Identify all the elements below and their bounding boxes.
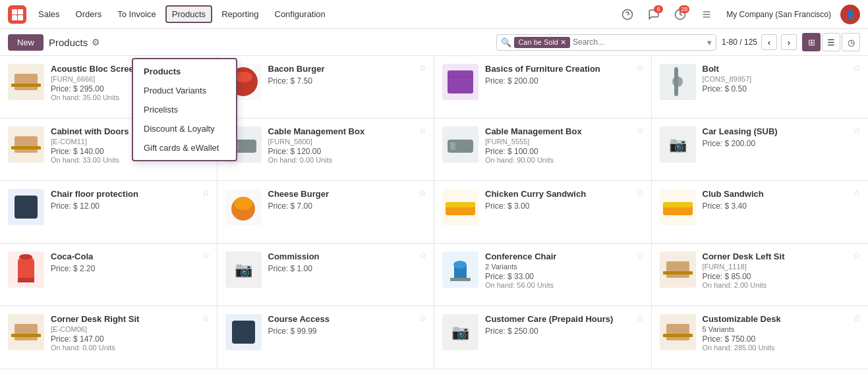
favorite-star-icon[interactable]: ☆	[853, 125, 861, 136]
product-card[interactable]: 📷 Car Leasing (SUB) Price: $ 200.00 ☆	[652, 119, 869, 180]
filter-tag-can-be-sold[interactable]: Can be Sold ✕	[514, 37, 570, 48]
product-card[interactable]: Chair floor protection Price: $ 12.00 ☆	[0, 181, 217, 243]
chat-icon[interactable]: 6	[643, 4, 664, 25]
search-dropdown-icon[interactable]: ▾	[707, 38, 712, 47]
product-thumb	[442, 64, 478, 100]
product-card[interactable]: Bacon Burger Price: $ 7.50 ☆	[217, 56, 434, 118]
view-list-button[interactable]: ☰	[822, 33, 840, 51]
view-grid-button[interactable]: ⊞	[802, 33, 821, 51]
product-card[interactable]: Bolt [CONS_89957] Price: $ 0.50 ☆	[652, 56, 869, 118]
product-sku: [E-COM06]	[51, 325, 209, 333]
product-card[interactable]: Coca-Cola Price: $ 2.20 ☆	[0, 244, 217, 305]
nav-item-orders[interactable]: Orders	[69, 5, 109, 23]
filter-tag-close-icon[interactable]: ✕	[560, 38, 566, 47]
settings-icon[interactable]	[696, 4, 717, 25]
pager: 1-80 / 125 ‹ ›	[722, 34, 797, 50]
product-card[interactable]: Customizable Desk 5 Variants Price: $ 75…	[652, 306, 869, 368]
favorite-star-icon[interactable]: ☆	[202, 188, 210, 198]
product-card[interactable]: Course Access Price: $ 99.99 ☆	[217, 306, 434, 368]
pager-next-button[interactable]: ›	[781, 34, 797, 50]
product-card[interactable]: Chicken Curry Sandwich Price: $ 3.00 ☆	[434, 181, 651, 243]
svg-rect-36	[446, 202, 475, 207]
product-price: Price: $ 3.00	[485, 201, 643, 211]
product-info: Customizable Desk 5 Variants Price: $ 75…	[703, 314, 861, 352]
product-name: Commission	[268, 251, 426, 263]
favorite-star-icon[interactable]: ☆	[853, 313, 861, 323]
nav-item-reporting[interactable]: Reporting	[215, 5, 265, 23]
favorite-star-icon[interactable]: ☆	[202, 313, 210, 323]
product-name: Customer Care (Prepaid Hours)	[485, 314, 643, 325]
product-info: Course Access Price: $ 99.99	[268, 314, 426, 336]
product-info: Corner Desk Left Sit [FURN_1118] Price: …	[703, 251, 861, 289]
products-dropdown-menu: Products Product Variants Pricelists Dis…	[132, 58, 237, 161]
favorite-star-icon[interactable]: ☆	[636, 63, 645, 73]
favorite-star-icon[interactable]: ☆	[636, 313, 645, 323]
product-thumb	[8, 64, 44, 100]
product-card[interactable]: Cable Management Box [FURN_5555] Price: …	[434, 119, 651, 180]
nav-item-products[interactable]: Products	[165, 5, 212, 23]
dropdown-item-gift-cards[interactable]: Gift cards & eWallet	[133, 138, 236, 157]
product-card[interactable]: Cable Management Box [FURN_5800] Price: …	[217, 119, 434, 180]
product-thumb	[225, 314, 262, 350]
product-card[interactable]: 📷 Commission Price: $ 1.00 ☆	[217, 244, 434, 305]
favorite-star-icon[interactable]: ☆	[202, 250, 210, 261]
favorite-star-icon[interactable]: ☆	[419, 188, 427, 198]
favorite-star-icon[interactable]: ☆	[636, 250, 645, 261]
activity-badge: 28	[679, 5, 689, 13]
product-name: Conference Chair	[485, 251, 643, 263]
favorite-star-icon[interactable]: ☆	[636, 125, 645, 136]
dropdown-item-discount-loyalty[interactable]: Discount & Loyalty	[133, 119, 236, 138]
product-card[interactable]: 📷 Customer Care (Prepaid Hours) Price: $…	[434, 306, 651, 368]
favorite-star-icon[interactable]: ☆	[419, 250, 427, 261]
product-price: Price: $ 33.00	[485, 272, 643, 281]
favorite-star-icon[interactable]: ☆	[853, 188, 861, 198]
svg-rect-49	[666, 261, 689, 278]
pager-prev-button[interactable]: ‹	[761, 34, 777, 50]
favorite-star-icon[interactable]: ☆	[853, 250, 861, 261]
nav-item-to-invoice[interactable]: To Invoice	[111, 5, 163, 23]
product-thumb	[660, 64, 696, 100]
product-info: Club Sandwich Price: $ 3.40	[703, 189, 861, 211]
product-name: Coca-Cola	[51, 251, 209, 263]
product-name: Customizable Desk	[703, 314, 861, 325]
product-info: Chicken Curry Sandwich Price: $ 3.00	[485, 189, 643, 211]
product-card[interactable]: Corner Desk Right Sit [E-COM06] Price: $…	[0, 306, 217, 368]
svg-rect-23	[11, 146, 41, 149]
dropdown-item-products[interactable]: Products	[133, 62, 236, 81]
product-price: Price: $ 99.99	[268, 327, 426, 336]
favorite-star-icon[interactable]: ☆	[636, 188, 645, 198]
product-name: Corner Desk Right Sit	[51, 314, 209, 325]
nav-item-configuration[interactable]: Configuration	[268, 5, 332, 23]
view-settings-button[interactable]: ◷	[842, 33, 860, 51]
nav-right: 6 28 My Company (San Francisco) 👤	[617, 4, 860, 25]
favorite-star-icon[interactable]: ☆	[419, 125, 427, 136]
favorite-star-icon[interactable]: ☆	[853, 63, 861, 73]
favorite-star-icon[interactable]: ☆	[419, 313, 427, 323]
breadcrumb-gear-icon[interactable]: ⚙	[92, 37, 100, 47]
product-card[interactable]: Conference Chair 2 Variants Price: $ 33.…	[434, 244, 651, 305]
product-card[interactable]: Corner Desk Left Sit [FURN_1118] Price: …	[652, 244, 869, 305]
search-input[interactable]	[573, 38, 705, 47]
svg-rect-16	[448, 70, 473, 93]
product-price: Price: $ 200.00	[485, 76, 643, 86]
product-card[interactable]: Club Sandwich Price: $ 3.40 ☆	[652, 181, 869, 243]
svg-rect-53	[11, 334, 41, 337]
product-onhand: On hand: 2.00 Units	[703, 281, 861, 289]
product-thumb	[8, 314, 44, 350]
product-sku: [CONS_89957]	[703, 75, 861, 83]
dropdown-item-pricelists[interactable]: Pricelists	[133, 100, 236, 119]
main-nav: Sales Orders To Invoice Products Reporti…	[32, 5, 332, 23]
product-info: Basics of Furniture Creation Price: $ 20…	[485, 64, 643, 86]
support-icon[interactable]	[617, 4, 638, 25]
svg-rect-1	[18, 9, 23, 14]
dropdown-item-product-variants[interactable]: Product Variants	[133, 81, 236, 100]
new-button[interactable]: New	[8, 34, 43, 51]
product-card[interactable]: Basics of Furniture Creation Price: $ 20…	[434, 56, 651, 118]
product-thumb: 📷	[225, 251, 262, 288]
nav-item-sales[interactable]: Sales	[32, 5, 67, 23]
svg-rect-50	[663, 271, 693, 275]
favorite-star-icon[interactable]: ☆	[419, 63, 427, 73]
user-avatar[interactable]: 👤	[840, 5, 860, 24]
activity-icon[interactable]: 28	[670, 4, 691, 25]
product-card[interactable]: Cheese Burger Price: $ 7.00 ☆	[217, 181, 434, 243]
